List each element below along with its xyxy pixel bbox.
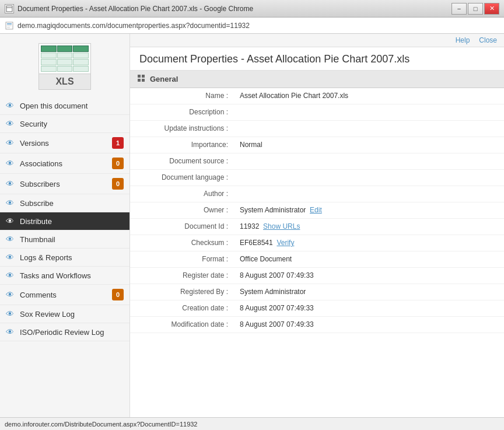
close-window-button[interactable]: ✕ — [484, 3, 499, 15]
app-icon — [5, 4, 14, 13]
eye-icon: 👁 — [6, 198, 15, 208]
property-value: Office Document — [235, 251, 504, 267]
title-bar: Document Properties - Asset Allocation P… — [0, 0, 504, 18]
close-link[interactable]: Close — [479, 36, 497, 44]
eye-icon: 👁 — [6, 119, 15, 128]
property-value — [235, 170, 504, 177]
page-title: Document Properties - Asset Allocation P… — [130, 47, 504, 71]
sidebar-item-label: Thumbnail — [20, 235, 124, 244]
status-url: demo.inforouter.com/DistributeDocument.a… — [5, 421, 197, 428]
sidebar-item-label: Security — [20, 120, 124, 128]
sidebar-item-versions[interactable]: 👁 Versions 1 — [0, 133, 130, 153]
sidebar-nav: 👁 Open this document 👁 Security 👁 Versio… — [0, 97, 130, 417]
xls-cell — [73, 59, 89, 65]
xls-cell — [41, 66, 57, 72]
property-row: Author : — [130, 186, 504, 202]
eye-icon: 👁 — [6, 179, 15, 188]
property-row: Modification date :8 August 2007 07:49:3… — [130, 317, 504, 333]
property-label: Name : — [130, 88, 235, 103]
comments-badge: 0 — [112, 289, 124, 300]
grid-icon — [137, 74, 145, 84]
svg-rect-7 — [142, 75, 145, 78]
property-value: 8 August 2007 07:49:33 — [235, 300, 504, 316]
property-label: Importance: — [130, 137, 235, 152]
property-value: Normal — [235, 137, 504, 152]
sidebar-item-label: Logs & Reports — [20, 253, 124, 262]
sidebar-item-thumbnail[interactable]: 👁 Thumbnail — [0, 230, 130, 249]
property-label: Owner : — [130, 202, 235, 218]
subscribers-badge: 0 — [112, 178, 124, 190]
general-section-header: General — [130, 71, 504, 88]
maximize-button[interactable]: □ — [468, 3, 483, 15]
sidebar-item-logs-reports[interactable]: 👁 Logs & Reports — [0, 249, 130, 267]
property-link[interactable]: Verify — [276, 239, 294, 247]
property-value — [235, 186, 504, 193]
eye-icon: 👁 — [6, 235, 15, 244]
property-label: Update instructions : — [130, 121, 235, 136]
property-label: Document source : — [130, 153, 235, 169]
svg-rect-6 — [138, 75, 141, 78]
main-container: XLS 👁 Open this document 👁 Security 👁 Ve… — [0, 34, 504, 417]
sidebar-item-label: Open this document — [20, 102, 124, 110]
svg-rect-0 — [6, 6, 12, 12]
property-label: Document Id : — [130, 219, 235, 234]
eye-icon: 👁 — [6, 253, 15, 262]
content-area: Help Close Document Properties - Asset A… — [130, 34, 504, 417]
sidebar-item-label: Sox Review Log — [20, 310, 124, 319]
eye-icon: 👁 — [6, 138, 15, 148]
sidebar-item-sox-review-log[interactable]: 👁 Sox Review Log — [0, 305, 130, 323]
property-label: Document language : — [130, 170, 235, 185]
status-bar: demo.inforouter.com/DistributeDocument.a… — [0, 417, 504, 430]
eye-icon: 👁 — [6, 216, 15, 226]
window-title: Document Properties - Asset Allocation P… — [18, 5, 253, 13]
sidebar-item-distribute[interactable]: 👁 Distribute ⬅ — [0, 212, 130, 230]
property-value — [235, 104, 504, 111]
address-bar: demo.magiqdocuments.com/documentproperti… — [0, 18, 504, 34]
sidebar-item-iso-review-log[interactable]: 👁 ISO/Periodic Review Log — [0, 323, 130, 341]
property-label: Format : — [130, 251, 235, 267]
sidebar-item-label: Versions — [20, 139, 107, 148]
svg-rect-9 — [142, 79, 145, 82]
sidebar-item-label: Associations — [20, 159, 107, 168]
window-controls: − □ ✕ — [452, 3, 499, 15]
property-row: Update instructions : — [130, 121, 504, 137]
eye-icon: 👁 — [6, 159, 15, 168]
content-header: Help Close — [130, 34, 504, 47]
eye-icon: 👁 — [6, 290, 15, 299]
sidebar-item-subscribers[interactable]: 👁 Subscribers 0 — [0, 174, 130, 194]
property-row: Format :Office Document — [130, 251, 504, 268]
property-value — [235, 121, 504, 128]
property-row: Document source : — [130, 153, 504, 170]
sidebar-item-open-document[interactable]: 👁 Open this document — [0, 97, 130, 115]
xls-cell — [73, 66, 89, 72]
property-row: Importance:Normal — [130, 137, 504, 153]
property-label: Registered By : — [130, 284, 235, 299]
property-value: System Administrator — [235, 284, 504, 299]
sidebar-item-tasks-workflows[interactable]: 👁 Tasks and Workflows — [0, 267, 130, 285]
eye-icon: 👁 — [6, 309, 15, 319]
sidebar: XLS 👁 Open this document 👁 Security 👁 Ve… — [0, 34, 130, 417]
property-row: Document language : — [130, 170, 504, 186]
help-link[interactable]: Help — [456, 36, 470, 44]
property-label: Author : — [130, 186, 235, 201]
associations-badge: 0 — [112, 158, 124, 169]
sidebar-item-associations[interactable]: 👁 Associations 0 — [0, 153, 130, 174]
url-bar[interactable]: demo.magiqdocuments.com/documentproperti… — [18, 22, 250, 30]
property-link[interactable]: Edit — [310, 206, 322, 214]
sidebar-item-label: Distribute — [20, 217, 124, 226]
eye-icon: 👁 — [6, 101, 15, 110]
sidebar-item-subscribe[interactable]: 👁 Subscribe — [0, 194, 130, 212]
sidebar-item-security[interactable]: 👁 Security — [0, 115, 130, 133]
eye-icon: 👁 — [6, 327, 15, 337]
property-value: EF6E8541 Verify — [235, 235, 504, 250]
xls-cell — [57, 46, 73, 52]
minimize-button[interactable]: − — [452, 3, 467, 15]
property-rows: Name :Asset Allocation Pie Chart 2007.xl… — [130, 88, 504, 333]
property-link[interactable]: Show URLs — [263, 222, 300, 230]
property-row: Checksum :EF6E8541 Verify — [130, 235, 504, 251]
doc-thumbnail: XLS — [38, 43, 91, 90]
title-bar-left: Document Properties - Asset Allocation P… — [5, 4, 253, 13]
sidebar-item-comments[interactable]: 👁 Comments 0 — [0, 285, 130, 305]
sidebar-item-label: Subscribers — [20, 180, 107, 188]
doc-preview: XLS — [0, 34, 130, 97]
